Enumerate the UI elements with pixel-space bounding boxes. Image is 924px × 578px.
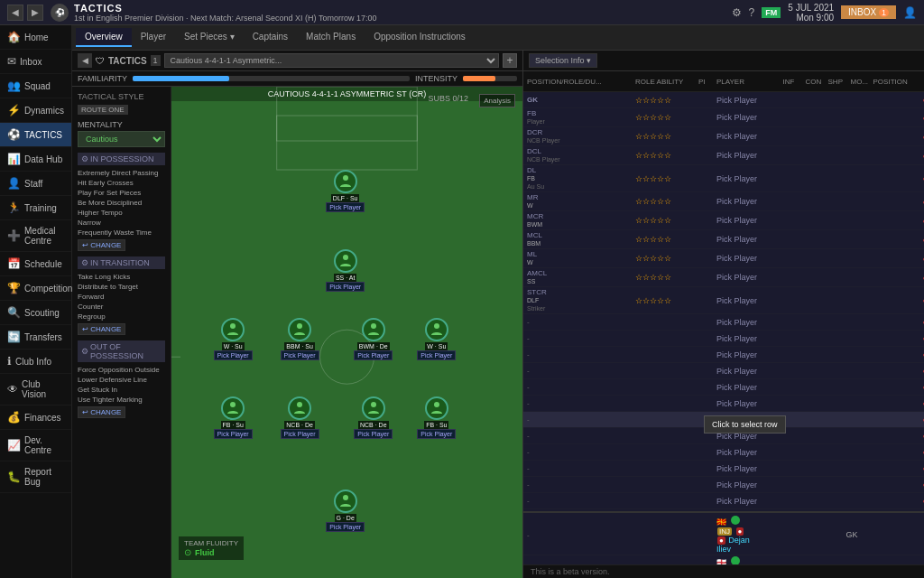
table-row-dcr[interactable]: DCRNCB Player ☆☆☆☆☆ Pick Player ● - - -: [523, 127, 924, 146]
table-row-s4[interactable]: - Pick Player ● - - - - -: [523, 363, 924, 379]
style-panel: TACTICAL STYLE ROUTE ONE MENTALITY Cauti…: [72, 87, 171, 578]
mentality-select[interactable]: Cautious: [78, 131, 165, 147]
table-row-s9[interactable]: - Pick Player ● - - - - -: [523, 444, 924, 461]
table-row-fb[interactable]: FBPlayer ☆☆☆☆☆ Pick Player ● - - - -: [523, 108, 924, 127]
tab-match-plans[interactable]: Match Plans: [297, 28, 365, 47]
pick-player-rm[interactable]: Pick Player: [417, 350, 456, 360]
table-row-s1[interactable]: - Pick Player ● - - - - -: [523, 314, 924, 331]
col-header-shp: SHP: [828, 78, 851, 86]
col-header-inf: INF: [783, 78, 806, 86]
tab-set-pieces[interactable]: Set Pieces ▾: [175, 28, 244, 47]
sidebar-item-schedule[interactable]: 📅Schedule: [0, 252, 71, 276]
change-possession-button[interactable]: ↩ CHANGE: [78, 239, 125, 251]
table-row-s10[interactable]: - Pick Player ● - - - - -: [523, 461, 924, 477]
player-ss[interactable]: SS · At Pick Player: [326, 249, 365, 292]
player-rcm[interactable]: BWM · De Pick Player: [354, 318, 393, 360]
sidebar-item-staff[interactable]: 👤Staff: [0, 172, 71, 196]
topbar: ◀ ▶ ⚽ TACTICS 1st in English Premier Div…: [0, 0, 924, 25]
sidebar-item-dev-centre[interactable]: 📈Dev. Centre: [0, 430, 71, 461]
player-gk[interactable]: G · De Pick Player: [326, 489, 365, 532]
tactics-label: TACTICS: [108, 56, 147, 66]
tab-player[interactable]: Player: [132, 28, 175, 47]
table-row-s3[interactable]: - Pick Player ● - - - - -: [523, 347, 924, 363]
table-row-s7[interactable]: - Pick Player Click to select row ●: [523, 412, 924, 428]
table-row-dl[interactable]: DLFBAu Su ☆☆☆☆☆ Pick Player ● - - - -: [523, 165, 924, 192]
table-row-mcr[interactable]: MCRBWM ☆☆☆☆☆ Pick Player ● - - - -: [523, 211, 924, 230]
change-outpossession-button[interactable]: ↩ CHANGE: [78, 406, 125, 418]
pick-player-st[interactable]: Pick Player: [326, 202, 365, 212]
table-row-s11[interactable]: - Pick Player ● - - - - -: [523, 477, 924, 493]
table-row-amcl[interactable]: AMCLSS ☆☆☆☆☆ Pick Player ● - - - -: [523, 268, 924, 287]
sidebar-item-tactics[interactable]: ⚽TACTICS: [0, 123, 71, 147]
settings-icon[interactable]: ⚙: [732, 6, 742, 19]
table-row-s2[interactable]: - Pick Player ● - - - - -: [523, 331, 924, 347]
lb-role: FB · Su: [221, 421, 245, 429]
player-st[interactable]: DLF · Su Pick Player: [326, 170, 365, 212]
pick-player-rcm[interactable]: Pick Player: [354, 350, 393, 360]
page-subtitle: 1st in English Premier Division · Next M…: [74, 14, 376, 23]
sidebar-item-medical[interactable]: ➕Medical Centre: [0, 220, 71, 252]
table-row-ramsdale[interactable]: - 🏴󠁧󠁢󠁥󠁮󠁧󠁿 INJ ● ● A. Ramsdale: [523, 555, 924, 564]
sidebar-item-data-hub[interactable]: 📊Data Hub: [0, 147, 71, 172]
player-lcm[interactable]: BBM · Su Pick Player: [281, 318, 319, 360]
col-header-con: CON: [806, 78, 828, 86]
player-rm[interactable]: W · Su Pick Player: [417, 318, 456, 360]
table-row-dcl[interactable]: DCLNCB Player ☆☆☆☆☆ Pick Player ● - - -: [523, 146, 924, 165]
selection-info-button[interactable]: Selection Info ▾: [529, 53, 597, 68]
pick-player-lcm[interactable]: Pick Player: [281, 350, 319, 360]
sidebar-item-club-vision[interactable]: 👁Club Vision: [0, 374, 71, 406]
table-row-dejan[interactable]: - 🇲🇰 INJ ● ● Dejan Iliev: [523, 515, 924, 555]
table-row-stcr[interactable]: STCRDLFStriker ☆☆☆☆☆ Pick Player ● - - -: [523, 287, 924, 314]
sidebar-item-home[interactable]: 🏠Home: [0, 25, 71, 50]
table-row-gk[interactable]: GK ☆☆☆☆☆ Pick Player ● - - - -: [523, 92, 924, 108]
gk-role: G · De: [335, 514, 356, 522]
sidebar-item-squad[interactable]: 👥Squad: [0, 74, 71, 98]
table-row-s5[interactable]: - Pick Player ● - - - - -: [523, 379, 924, 396]
player-rcb[interactable]: NCB · De Pick Player: [354, 396, 393, 439]
tactic-number: 1: [151, 55, 161, 66]
formation-select[interactable]: Cautious 4-4-1-1 Asymmetric...: [164, 53, 499, 68]
player-lcb[interactable]: NCB · De Pick Player: [281, 396, 319, 439]
change-transition-button[interactable]: ↩ CHANGE: [78, 323, 125, 335]
sidebar-item-report-bug[interactable]: 🐛Report Bug: [0, 461, 71, 493]
sidebar-item-club-info[interactable]: ℹClub Info: [0, 350, 71, 374]
collapse-button[interactable]: ◀: [78, 53, 92, 68]
add-tactic-button[interactable]: +: [503, 53, 517, 68]
sidebar-item-competitions[interactable]: 🏆Competitions: [0, 276, 71, 301]
nav-arrows[interactable]: ◀ ▶: [7, 5, 43, 21]
sidebar-item-scouting[interactable]: 🔍Scouting: [0, 301, 71, 325]
tab-overview[interactable]: Overview: [76, 28, 132, 47]
sidebar-item-dynamics[interactable]: ⚡Dynamics: [0, 98, 71, 123]
pick-player-lm[interactable]: Pick Player: [214, 350, 253, 360]
profile-icon[interactable]: 👤: [903, 6, 917, 19]
table-row-s6[interactable]: - Pick Player ● - - - - -: [523, 396, 924, 412]
sidebar-item-training[interactable]: 🏃Training: [0, 196, 71, 220]
player-lb[interactable]: FB · Su Pick Player: [214, 396, 253, 439]
table-row-mcl[interactable]: MCLBBM ☆☆☆☆☆ Pick Player ● - - - -: [523, 230, 924, 249]
table-row-s12[interactable]: - Pick Player ● - - - - -: [523, 493, 924, 509]
familiarity-bar: FAMILIARITY INTENSITY: [72, 71, 522, 87]
back-button[interactable]: ◀: [7, 5, 23, 21]
table-row-ml[interactable]: MLW ☆☆☆☆☆ Pick Player ● - - - -: [523, 249, 924, 268]
sidebar-item-transfers[interactable]: 🔄Transfers: [0, 325, 71, 350]
familiarity-fill: [133, 76, 229, 81]
pick-player-lb[interactable]: Pick Player: [214, 429, 253, 439]
pick-player-rcb[interactable]: Pick Player: [354, 429, 393, 439]
inbox-button[interactable]: INBOX 1: [841, 5, 896, 19]
pick-player-gk[interactable]: Pick Player: [326, 522, 365, 532]
analysis-button[interactable]: Analysis: [479, 94, 515, 107]
help-icon[interactable]: ?: [749, 6, 755, 19]
tab-captains[interactable]: Captains: [244, 28, 297, 47]
player-rb[interactable]: FB · Su Pick Player: [417, 396, 456, 439]
player-lm[interactable]: W · Su Pick Player: [214, 318, 253, 360]
pick-player-lcb[interactable]: Pick Player: [281, 429, 319, 439]
sidebar-item-finances[interactable]: 💰Finances: [0, 406, 71, 430]
right-panel: Selection Info ▾ Selection Advice Quick …: [523, 51, 924, 578]
tab-opposition[interactable]: Opposition Instructions: [365, 28, 475, 47]
pick-player-rb[interactable]: Pick Player: [417, 429, 456, 439]
table-row-mr[interactable]: MRW ☆☆☆☆☆ Pick Player ● - - - -: [523, 192, 924, 211]
forward-button[interactable]: ▶: [27, 5, 43, 21]
pick-player-ss[interactable]: Pick Player: [326, 282, 365, 292]
sidebar-item-inbox[interactable]: ✉Inbox: [0, 50, 71, 74]
lcb-role: NCB · De: [284, 421, 315, 429]
